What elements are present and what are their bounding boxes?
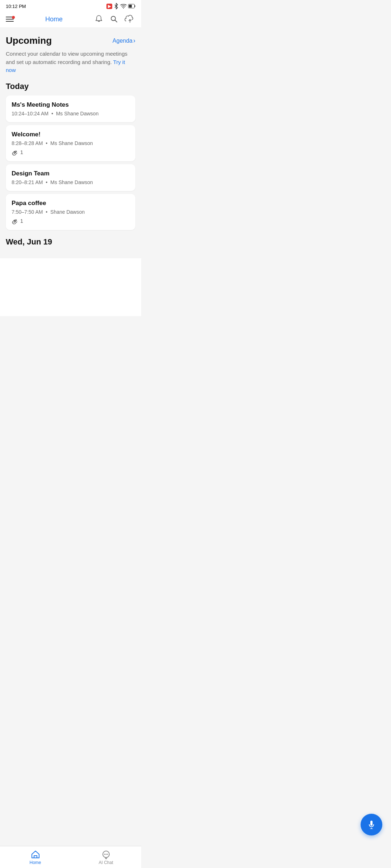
meeting-card[interactable]: Papa coffee 7:50–7:50 AM • Shane Dawson … (6, 194, 135, 230)
meeting-host: Ms Shane Dawson (56, 111, 99, 116)
status-icons: ▶ (106, 3, 135, 9)
meeting-time: 8:28–8:28 AM (12, 140, 43, 146)
clip-icon (12, 218, 18, 224)
meeting-host: Ms Shane Dawson (50, 140, 93, 146)
svg-point-0 (123, 8, 124, 9)
meeting-card[interactable]: Welcome! 8:28–8:28 AM • Ms Shane Dawson … (6, 125, 135, 161)
wed-title: Wed, Jun 19 (6, 237, 135, 247)
today-section: Today Ms's Meeting Notes 10:24–10:24 AM … (6, 82, 135, 230)
upcoming-title: Upcoming (6, 35, 52, 46)
meeting-title: Papa coffee (12, 200, 130, 207)
status-time: 10:12 PM (6, 4, 26, 9)
meeting-clips: 1 (12, 149, 130, 156)
main-scroll: Upcoming Agenda Connect your calendar to… (0, 28, 141, 316)
meeting-card[interactable]: Ms's Meeting Notes 10:24–10:24 AM • Ms S… (6, 95, 135, 122)
menu-button[interactable] (6, 17, 14, 22)
meeting-time: 10:24–10:24 AM (12, 111, 49, 116)
wed-section: Wed, Jun 19 (6, 237, 135, 247)
bluetooth-icon (114, 3, 119, 9)
today-title: Today (6, 82, 135, 91)
meeting-card[interactable]: Design Team 8:20–8:21 AM • Ms Shane Daws… (6, 164, 135, 191)
upcoming-header: Upcoming Agenda (6, 35, 135, 46)
notification-dot (12, 16, 15, 19)
notifications-icon[interactable] (94, 14, 104, 24)
meeting-time: 8:20–8:21 AM (12, 179, 43, 185)
wifi-icon (120, 4, 127, 9)
clip-icon (12, 149, 18, 156)
svg-rect-2 (135, 5, 135, 7)
upload-icon[interactable] (125, 14, 135, 24)
meeting-title: Welcome! (12, 131, 130, 138)
meeting-title: Ms's Meeting Notes (12, 101, 130, 109)
agenda-link[interactable]: Agenda (113, 37, 135, 44)
meeting-host: Shane Dawson (50, 209, 85, 215)
battery-icon (128, 4, 135, 8)
main-content: Upcoming Agenda Connect your calendar to… (0, 28, 141, 258)
status-bar: 10:12 PM ▶ (0, 0, 141, 11)
meeting-meta: 8:28–8:28 AM • Ms Shane Dawson (12, 140, 130, 146)
clip-count: 1 (20, 149, 23, 155)
page-title: Home (45, 16, 63, 23)
meeting-meta: 10:24–10:24 AM • Ms Shane Dawson (12, 111, 130, 116)
calendar-connect-text: Connect your calendar to view upcoming m… (6, 50, 135, 75)
screen-record-icon: ▶ (106, 4, 112, 9)
meeting-title: Design Team (12, 170, 130, 177)
clip-count: 1 (20, 218, 23, 224)
nav-actions (94, 14, 135, 24)
meeting-meta: 8:20–8:21 AM • Ms Shane Dawson (12, 179, 130, 185)
meeting-host: Ms Shane Dawson (50, 179, 93, 185)
meeting-meta: 7:50–7:50 AM • Shane Dawson (12, 209, 130, 215)
svg-rect-3 (129, 5, 132, 8)
search-icon[interactable] (109, 14, 119, 24)
meeting-clips: 1 (12, 218, 130, 224)
nav-bar: Home (0, 11, 141, 28)
meeting-time: 7:50–7:50 AM (12, 209, 43, 215)
